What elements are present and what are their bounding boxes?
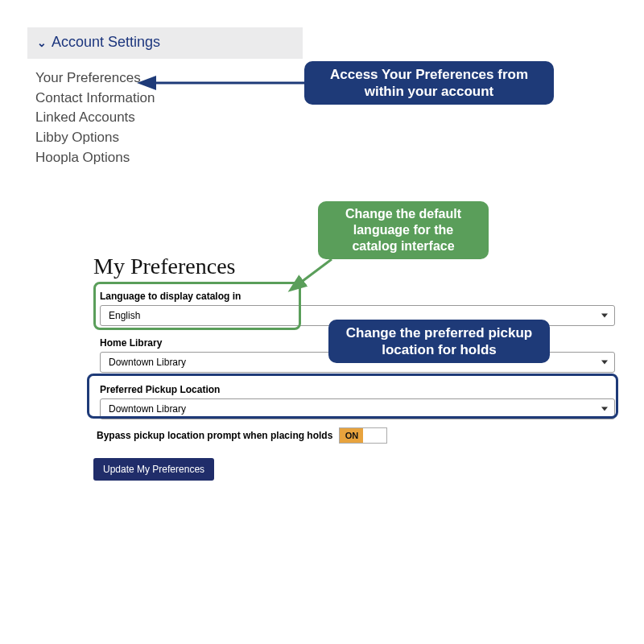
- callout-access-preferences: Access Your Preferences from within your…: [304, 61, 554, 105]
- sidebar-item-contact[interactable]: Contact Information: [35, 89, 295, 109]
- chevron-down-icon: ⌄: [37, 36, 47, 49]
- bypass-prompt-row: Bypass pickup location prompt when placi…: [97, 427, 617, 444]
- sidebar-item-preferences[interactable]: Your Preferences: [35, 68, 295, 89]
- pickup-location-group: Preferred Pickup Location Downtown Libra…: [93, 381, 617, 419]
- bypass-prompt-label: Bypass pickup location prompt when placi…: [97, 430, 332, 441]
- sidebar-menu: Your Preferences Contact Information Lin…: [27, 59, 303, 167]
- home-library-value: Downtown Library: [109, 357, 186, 368]
- account-settings-panel: ⌄ Account Settings Your Preferences Cont…: [27, 27, 303, 167]
- pickup-location-label: Preferred Pickup Location: [93, 381, 617, 398]
- account-settings-title: Account Settings: [52, 34, 160, 51]
- toggle-off: [363, 428, 386, 443]
- pickup-location-value: Downtown Library: [109, 403, 186, 415]
- callout-text: Change the default language for the cata…: [329, 206, 477, 254]
- toggle-on: ON: [340, 428, 363, 443]
- sidebar-item-libby[interactable]: Libby Options: [35, 128, 295, 148]
- bypass-toggle[interactable]: ON: [339, 427, 387, 444]
- pickup-location-select[interactable]: Downtown Library: [100, 398, 615, 419]
- language-value: English: [109, 310, 140, 321]
- callout-text: Change the preferred pickup location for…: [340, 324, 539, 359]
- callout-change-pickup: Change the preferred pickup location for…: [328, 320, 550, 363]
- sidebar-item-linked[interactable]: Linked Accounts: [35, 108, 295, 128]
- sidebar-item-hoopla[interactable]: Hoopla Options: [35, 148, 295, 168]
- language-label: Language to display catalog in: [93, 287, 617, 305]
- callout-change-language: Change the default language for the cata…: [318, 201, 489, 259]
- my-preferences-form: My Preferences Language to display catal…: [93, 254, 617, 481]
- account-settings-header[interactable]: ⌄ Account Settings: [27, 27, 303, 59]
- callout-text: Access Your Preferences from within your…: [316, 66, 543, 101]
- update-preferences-button[interactable]: Update My Preferences: [93, 458, 214, 481]
- page-title: My Preferences: [93, 254, 617, 279]
